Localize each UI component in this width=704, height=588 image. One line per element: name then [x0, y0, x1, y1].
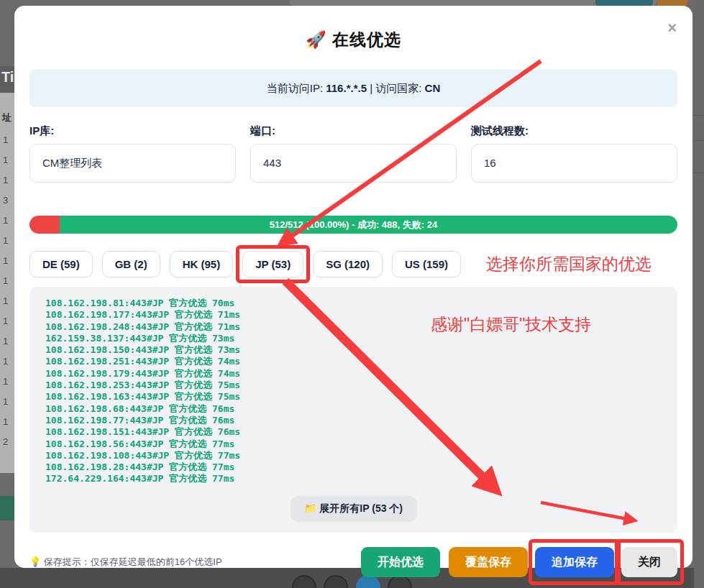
result-line: 108.162.198.150:443#JP 官方优选 73ms: [45, 344, 677, 356]
country-label: | 访问国家:: [367, 82, 425, 94]
result-line: 172.64.229.164:443#JP 官方优选 77ms: [45, 473, 677, 484]
background-table-cell: 1: [0, 211, 14, 231]
country-button-hk[interactable]: HK (95): [170, 251, 234, 277]
result-line: 108.162.198.77:443#JP 官方优选 76ms: [45, 415, 677, 426]
close-icon[interactable]: ×: [667, 20, 677, 36]
country-filter-row: DE (59)GB (2)HK (95)JP (53)SG (120)US (1…: [29, 251, 677, 277]
action-wrap: 追加保存: [535, 547, 614, 577]
annotation-thanks: 感谢"白嫖哥"技术支持: [431, 313, 591, 336]
result-line: 108.162.198.179:443#JP 官方优选 74ms: [45, 368, 677, 380]
form-field: IP库:CM整理列表: [29, 124, 236, 183]
append-save-button[interactable]: 追加保存: [535, 547, 614, 577]
overwrite-save-button[interactable]: 覆盖保存: [449, 547, 528, 577]
ip-label: 当前访问IP:: [267, 82, 326, 94]
result-line: 108.162.198.251:443#JP 官方优选 74ms: [45, 356, 677, 367]
country-button-de[interactable]: DE (59): [29, 251, 93, 277]
field-label: 端口:: [250, 124, 457, 138]
expand-all-ip-button[interactable]: 📁 展开所有IP (53 个): [291, 496, 416, 522]
online-optimize-dialog: × 🚀 在线优选 当前访问IP: 116.*.*.5 | 访问国家: CN IP…: [14, 6, 692, 568]
progress-text: 512/512 (100.00%) - 成功: 488, 失败: 24: [29, 216, 677, 234]
result-line: 108.162.198.68:443#JP 官方优选 76ms: [45, 403, 677, 415]
results-panel: 108.162.198.81:443#JP 官方优选 70ms108.162.1…: [29, 287, 677, 533]
form-field: 端口:443: [250, 124, 457, 183]
country-value: CN: [425, 82, 441, 94]
background-table-cell: 1: [0, 331, 14, 352]
result-line: 108.162.198.28:443#JP 官方优选 77ms: [45, 461, 677, 473]
background-table-cell: 1: [0, 372, 14, 392]
field-input[interactable]: 443: [250, 144, 457, 183]
dialog-title: 🚀 在线优选: [29, 6, 677, 51]
field-label: IP库:: [29, 124, 236, 138]
result-line: 108.162.198.108:443#JP 官方优选 77ms: [45, 450, 677, 461]
action-wrap: 开始优选: [361, 547, 440, 577]
background-table-cell: 1: [0, 150, 14, 170]
result-line: 108.162.198.81:443#JP 官方优选 70ms: [45, 298, 677, 309]
background-table-cell: 1: [0, 412, 14, 432]
background-table-cell: 1: [0, 352, 14, 372]
country-button-gb[interactable]: GB (2): [102, 251, 160, 277]
background-table-cell: 3: [0, 190, 14, 211]
start-optimize-button[interactable]: 开始优选: [361, 547, 440, 577]
background-table-digits: 1113111111111112: [0, 130, 14, 452]
current-ip-banner: 当前访问IP: 116.*.*.5 | 访问国家: CN: [29, 70, 677, 107]
fields-row: IP库:CM整理列表端口:443测试线程数:16: [29, 124, 677, 183]
background-scrollbar: [694, 0, 704, 588]
field-input[interactable]: 16: [471, 144, 677, 183]
country-buttons: DE (59)GB (2)HK (95)JP (53)SG (120)US (1…: [29, 251, 470, 277]
background-left-table: Ti 址 1113111111111112: [0, 66, 14, 473]
background-table-cell: 2: [0, 432, 14, 452]
action-wrap: 关闭: [621, 547, 677, 577]
close-button[interactable]: 关闭: [621, 547, 677, 577]
annotation-select-country: 选择你所需国家的优选: [486, 253, 652, 275]
field-label: 测试线程数:: [471, 124, 677, 138]
background-table-cell: 1: [0, 251, 14, 271]
result-line: 108.162.198.151:443#JP 官方优选 76ms: [45, 426, 677, 438]
country-button-us[interactable]: US (159): [392, 251, 461, 277]
dialog-footer: 💡 保存提示：仅保存延迟最低的前16个优选IP 开始优选覆盖保存追加保存关闭: [29, 540, 677, 584]
background-column-header: 址: [0, 93, 14, 130]
background-table-cell: 1: [0, 231, 14, 251]
background-table-cell: 1: [0, 130, 14, 150]
country-button-sg[interactable]: SG (120): [313, 251, 383, 277]
progress-bar: 512/512 (100.00%) - 成功: 488, 失败: 24: [29, 216, 677, 234]
form-field: 测试线程数:16: [471, 124, 677, 183]
background-partial-text: Ti: [0, 66, 14, 93]
result-line: 108.162.198.163:443#JP 官方优选 75ms: [45, 391, 677, 403]
result-line: 108.162.198.253:443#JP 官方优选 75ms: [45, 380, 677, 391]
background-table-cell: 1: [0, 392, 14, 412]
background-table-cell: 1: [0, 170, 14, 190]
action-wrap: 覆盖保存: [449, 547, 528, 577]
ip-value: 116.*.*.5: [326, 82, 367, 94]
background-table-cell: 1: [0, 311, 14, 331]
background-green-bar: [0, 496, 14, 520]
action-buttons: 开始优选覆盖保存追加保存关闭: [352, 547, 677, 577]
result-line: 108.162.198.56:443#JP 官方优选 77ms: [45, 438, 677, 450]
country-button-jp[interactable]: JP (53): [242, 251, 303, 277]
field-input[interactable]: CM整理列表: [29, 144, 236, 183]
background-table-cell: 1: [0, 291, 14, 311]
save-hint: 💡 保存提示：仅保存延迟最低的前16个优选IP: [29, 556, 352, 569]
background-table-cell: 1: [0, 271, 14, 291]
